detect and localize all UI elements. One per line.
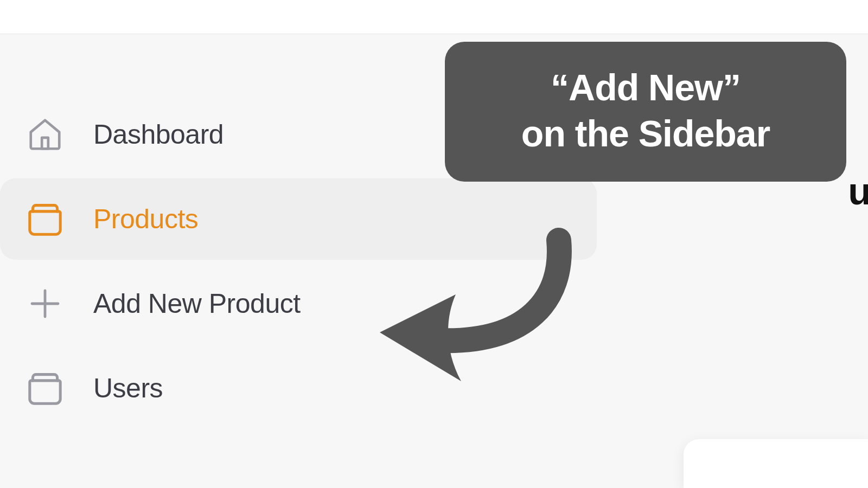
folder-icon xyxy=(26,369,64,407)
sidebar-item-label: Products xyxy=(93,203,198,235)
annotation-callout: “Add New” on the Sidebar xyxy=(445,42,846,182)
callout-line-1: “Add New” xyxy=(471,65,820,111)
plus-icon xyxy=(26,285,64,323)
floating-panel xyxy=(684,439,868,488)
callout-line-2: on the Sidebar xyxy=(471,111,820,157)
home-icon xyxy=(26,115,64,153)
sidebar-item-label: Users xyxy=(93,373,163,404)
annotation-arrow-icon xyxy=(374,224,591,397)
svg-rect-0 xyxy=(42,138,48,149)
sidebar-item-label: Add New Product xyxy=(93,288,301,319)
cropped-text-fragment: u xyxy=(848,170,868,213)
sidebar-item-label: Dashboard xyxy=(93,119,224,150)
folder-icon xyxy=(26,200,64,238)
app-frame: Dashboard Products Add New Product xyxy=(0,34,868,488)
top-bar xyxy=(0,0,868,34)
